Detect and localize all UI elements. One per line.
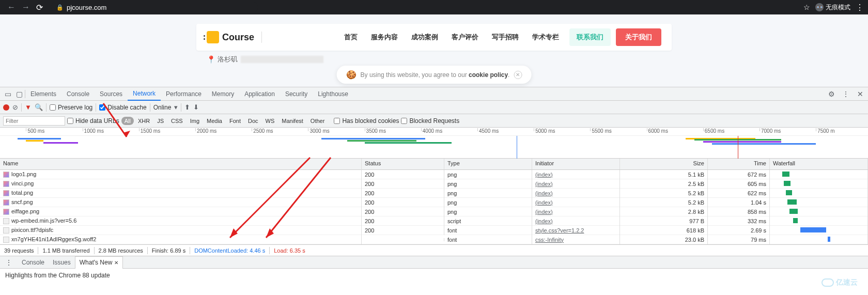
filter-icon[interactable]: ▼: [25, 103, 32, 111]
back-icon[interactable]: ←: [7, 3, 16, 12]
download-icon[interactable]: ⬇: [193, 103, 199, 111]
clear-icon[interactable]: ⊘: [12, 103, 18, 111]
close-icon[interactable]: ✕: [514, 71, 522, 79]
filter-chip-font[interactable]: Font: [226, 117, 244, 125]
drawer-menu-icon[interactable]: ⋮: [3, 257, 14, 268]
filter-chip-media[interactable]: Media: [204, 117, 225, 125]
table-header: Name Status Type Initiator Size Time Wat…: [0, 159, 868, 170]
initiator-link[interactable]: css:-Infinity: [535, 237, 564, 243]
initiator-link[interactable]: (index): [535, 218, 553, 224]
filter-chip-css[interactable]: CSS: [168, 117, 186, 125]
tab-memory[interactable]: Memory: [207, 87, 239, 101]
chevron-down-icon[interactable]: ▾: [174, 103, 178, 111]
address-bar[interactable]: 🔒 pjcourse.com: [51, 2, 258, 13]
col-initiator[interactable]: Initiator: [532, 159, 620, 169]
hide-data-input[interactable]: [67, 118, 73, 124]
filter-chip-ws[interactable]: WS: [262, 117, 278, 125]
watermark-icon: [822, 278, 834, 287]
table-row[interactable]: vinci.png200png(index)2.5 kB605 ms: [0, 179, 868, 189]
nav-item[interactable]: 学术专栏: [532, 33, 559, 42]
table-row[interactable]: wp-embed.min.js?ver=5.6200script(index)9…: [0, 216, 868, 226]
nav-item[interactable]: 成功案例: [411, 33, 438, 42]
search-icon[interactable]: 🔍: [35, 103, 43, 111]
whats-new-panel: Highlights from the Chrome 88 update 亿速云: [0, 269, 868, 289]
filter-chip-xhr[interactable]: XHR: [135, 117, 153, 125]
initiator-link[interactable]: (index): [535, 172, 553, 178]
throttle-select[interactable]: Online: [153, 104, 172, 111]
filter-chip-other[interactable]: Other: [307, 117, 328, 125]
drawer-tab-console[interactable]: Console: [18, 256, 49, 269]
initiator-link[interactable]: (index): [535, 199, 553, 206]
watermark-text: 亿速云: [836, 278, 858, 287]
col-time[interactable]: Time: [708, 159, 770, 169]
pin-icon: 📍: [207, 55, 215, 64]
forward-icon[interactable]: →: [22, 3, 30, 12]
record-button[interactable]: [3, 104, 9, 111]
site-logo[interactable]: Course: [207, 31, 254, 43]
initiator-link[interactable]: (index): [535, 181, 553, 187]
tab-lighthouse[interactable]: Lighthouse: [313, 87, 353, 101]
blocked-cookies-input[interactable]: [334, 118, 340, 124]
blocked-cookies-checkbox[interactable]: Has blocked cookies: [334, 117, 399, 125]
col-type[interactable]: Type: [444, 159, 532, 169]
filter-chip-manifest[interactable]: Manifest: [278, 117, 306, 125]
nav-item[interactable]: 服务内容: [371, 33, 398, 42]
timeline-overview[interactable]: 500 ms1000 ms1500 ms2000 ms2500 ms3000 m…: [0, 128, 868, 159]
disable-cache-input[interactable]: [99, 104, 105, 111]
tab-console[interactable]: Console: [61, 87, 95, 101]
table-row[interactable]: logo1.png200png(index)5.1 kB672 ms: [0, 170, 868, 179]
preserve-log-input[interactable]: [50, 104, 56, 111]
filter-chip-doc[interactable]: Doc: [245, 117, 261, 125]
upload-icon[interactable]: ⬆: [184, 103, 190, 111]
preserve-log-checkbox[interactable]: Preserve log: [50, 104, 92, 111]
ruler-mark: 6000 ms: [647, 128, 668, 131]
tab-performance[interactable]: Performance: [161, 87, 207, 101]
initiator-link[interactable]: (index): [535, 190, 553, 196]
close-icon[interactable]: ✕: [114, 260, 118, 266]
blocked-requests-input[interactable]: [401, 118, 407, 124]
nav-item[interactable]: 首页: [344, 33, 358, 42]
table-row[interactable]: total.png200png(index)5.2 kB622 ms: [0, 189, 868, 198]
contact-button[interactable]: 联系我们: [569, 28, 611, 46]
col-name[interactable]: Name: [0, 159, 362, 169]
cookie-policy-link[interactable]: cookie policy: [469, 71, 508, 79]
inspect-icon[interactable]: ▭: [2, 88, 13, 100]
initiator-link[interactable]: (index): [535, 209, 553, 215]
tab-network[interactable]: Network: [128, 87, 161, 101]
about-button[interactable]: 关于我们: [616, 28, 661, 46]
tab-security[interactable]: Security: [280, 87, 313, 101]
col-waterfall[interactable]: Waterfall: [770, 159, 868, 169]
tab-application[interactable]: Application: [239, 87, 280, 101]
table-row[interactable]: xn7gYHE41ni1AdIRggexSg.woff2fontcss:-Inf…: [0, 235, 868, 244]
reload-icon[interactable]: ⟳: [36, 3, 43, 12]
file-icon: [3, 199, 9, 206]
nav-item[interactable]: 客户评价: [452, 33, 478, 42]
bookmark-icon[interactable]: ☆: [803, 3, 810, 11]
table-row[interactable]: sncf.png200png(index)5.2 kB1.04 s: [0, 198, 868, 207]
drawer-tab-issues[interactable]: Issues: [49, 256, 75, 269]
col-size[interactable]: Size: [620, 159, 708, 169]
blocked-requests-checkbox[interactable]: Blocked Requests: [401, 117, 459, 125]
menu-icon[interactable]: ⋮: [856, 3, 864, 12]
tab-sources[interactable]: Sources: [95, 87, 128, 101]
tab-elements[interactable]: Elements: [25, 87, 61, 101]
nav-item[interactable]: 写手招聘: [492, 33, 519, 42]
table-row[interactable]: pixicon.ttf?dpisfc200fontstyle.css?ver=1…: [0, 226, 868, 235]
filter-chip-img[interactable]: Img: [187, 117, 203, 125]
close-devtools-icon[interactable]: ✕: [855, 88, 866, 100]
table-row[interactable]: eiffage.png200png(index)2.8 kB858 ms: [0, 207, 868, 216]
disable-cache-checkbox[interactable]: Disable cache: [99, 104, 146, 111]
filter-input[interactable]: [3, 116, 65, 126]
hide-data-urls-checkbox[interactable]: Hide data URLs: [67, 117, 119, 125]
col-status[interactable]: Status: [362, 159, 444, 169]
device-icon[interactable]: ▢: [13, 88, 25, 100]
initiator-link[interactable]: style.css?ver=1.2.2: [535, 227, 584, 234]
more-icon[interactable]: ⋮: [840, 88, 851, 100]
ruler-mark: 5000 ms: [534, 128, 555, 131]
filter-chip-all[interactable]: All: [121, 117, 134, 125]
drawer-tab-whatsnew[interactable]: What's New✕: [75, 256, 123, 269]
settings-icon[interactable]: ⚙: [826, 88, 837, 100]
highlights-text: Highlights from the Chrome 88 update: [5, 272, 110, 279]
blocked-cookies-label: Has blocked cookies: [342, 117, 399, 125]
filter-chip-js[interactable]: JS: [154, 117, 167, 125]
